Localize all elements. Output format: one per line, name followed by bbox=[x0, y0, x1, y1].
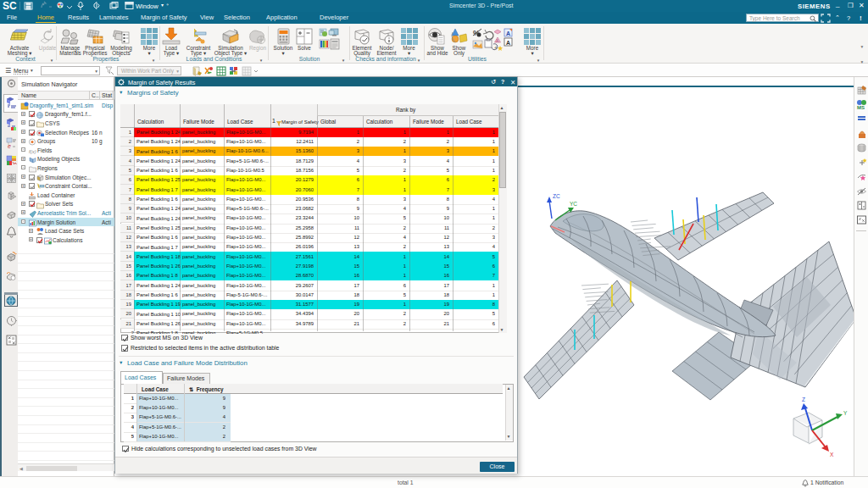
svg-text:Y: Y bbox=[843, 410, 848, 416]
svg-text:f(x): f(x) bbox=[29, 149, 36, 154]
svg-text:Z: Z bbox=[802, 396, 805, 402]
svg-text:YC: YC bbox=[570, 201, 577, 207]
svg-text:e: e bbox=[8, 143, 11, 149]
svg-text:+: + bbox=[494, 45, 498, 51]
svg-text:MS: MS bbox=[857, 105, 865, 110]
svg-text:ZC: ZC bbox=[553, 193, 560, 199]
svg-text:A: A bbox=[506, 30, 510, 36]
svg-text:X: X bbox=[830, 452, 834, 458]
svg-text:A: A bbox=[506, 40, 510, 46]
